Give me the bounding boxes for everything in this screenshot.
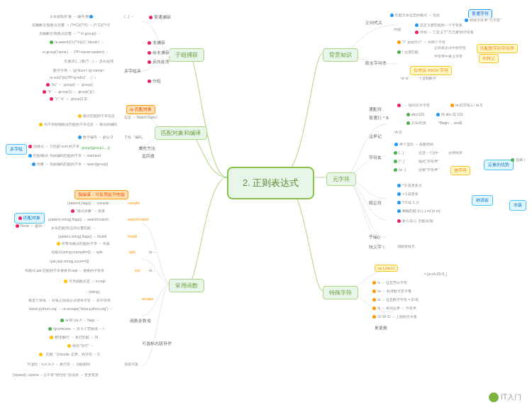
r-b: . → 除回车外字符: [397, 103, 430, 107]
ml-e: 子组「编码」: [124, 135, 145, 139]
branch-r: 元字符: [326, 172, 356, 186]
r-y: 贪心/非心 匹配长/短: [397, 219, 433, 223]
tl-jr: 反向处理: [148, 59, 170, 65]
r-v: + 1 或更多: [397, 192, 419, 196]
tl-f: re.search("c(?:b)(c)",'abcab') →: [50, 40, 104, 44]
center-node: 2. 正则表达式: [227, 167, 314, 199]
tl-i: 命名捕获: [148, 50, 170, 56]
tr-l: 字符类中换义字符: [434, 54, 462, 58]
bl-comp2: compile: [128, 201, 140, 205]
bl-d: None → 返回: [16, 224, 42, 228]
branch-tr: 背景知识: [323, 48, 358, 62]
tr-a: 正则式关: [365, 20, 382, 26]
bl-f: (pattern,string[,flags]) → findall: [58, 234, 106, 238]
r-o: 合特殊符: [448, 150, 462, 155]
ml-a: 信息 → MatchObject: [124, 115, 157, 119]
r-g: 开头/结尾: [406, 121, 426, 125]
bl-sp: split: [129, 250, 135, 254]
bl-i: (pat,repl,string[,count=0]): [50, 259, 89, 263]
br-rel: re.L/re.U: [375, 265, 398, 272]
side-lmid: 匹配对象: [14, 213, 45, 224]
tl-n: 分组: [148, 78, 161, 84]
bl-a: (pattern[,flags]) → compile: [67, 201, 109, 205]
br-f: \S \W \D → 上面的互补集: [372, 314, 417, 319]
bl-l: 与模式 pat 匹配的子串替换为 repl → 替换的字符串: [25, 268, 104, 272]
tr-ascii: 仅对应 ASCII 字符: [410, 66, 452, 75]
bl-q: 都是它特殊 → 对每正则表达式特殊字符 → 对字符串: [28, 298, 111, 302]
r-m: [...]: [394, 150, 404, 155]
tr-b: 匹配文本任意的模式 → 包括: [390, 13, 440, 17]
tr-j: ! 过度匹配: [397, 50, 419, 54]
r-s: 连接"字符类": [419, 167, 439, 172]
bl-e: 从头匹配/在任何位置匹配 →: [51, 226, 96, 230]
r-a: 通配符 .: [369, 106, 384, 113]
tr-i: "r" 原始字 r'\' → 共两个字符: [397, 40, 445, 44]
tl-p: "b" → .group(1) → .group("g"): [43, 89, 94, 94]
bl-g: 所有与模式匹配的子串 → 列表: [57, 241, 110, 246]
bl-y: 可选标志版符作: [142, 341, 172, 347]
tr-n: 十进制数字: [419, 76, 436, 80]
tr-h: 匿名字符串: [365, 60, 387, 67]
bl-m: re →: [149, 268, 157, 272]
r-i: 边界记: [369, 133, 382, 140]
br-b: = [a-zA-Z0-9_]: [424, 272, 447, 276]
bl-u: Ignorecase → 对大小写敏感 → I: [48, 326, 104, 331]
r-q: 除此"字符类": [419, 159, 439, 163]
side-rfar: 本章: [509, 200, 526, 211]
br-c: \w → 标准数字及字母: [372, 289, 411, 293]
bl-h: 与模式(string,maxsplit=0) → split: [51, 250, 103, 254]
bl-esc: escape: [142, 297, 153, 301]
tl-a: (...) →: [124, 14, 134, 18]
r-meta: 连字符: [450, 166, 470, 175]
r-u: * 0 或更多次: [397, 183, 422, 187]
wechat-icon: [489, 392, 499, 402]
r-d: 普通行 ^ $: [369, 115, 389, 121]
r-p1: 子编(): [369, 234, 380, 241]
tl-h: m.group('name') → (?P<name>pattern) →: [43, 50, 109, 54]
ml-re: re 匹配对象: [126, 105, 155, 114]
bl-z2: [\space]L,\space → [] 不在"特性性":自动原 → 更更有度: [13, 373, 99, 377]
ml-k: 同量 → 与始编码匹配的子串 → span([group]): [32, 162, 108, 166]
bl-sub: sub: [135, 268, 140, 272]
r-w: ? 0 或 1 次: [397, 200, 419, 204]
r-j: \A \Z: [394, 130, 401, 134]
r-sidefar: 选择 |: [511, 158, 525, 162]
r-f: 同 abc 或 123: [436, 112, 463, 116]
bl-comp: 预编译：可复用提升性能: [74, 190, 128, 199]
r-p3: 消除特殊元: [397, 244, 415, 248]
tr-win: 在转义: [479, 54, 499, 63]
ml-j: 返回值: [142, 153, 155, 160]
tl-c: 文本提取/扩展 → 编号/数: [50, 14, 94, 18]
r-x: 精确匹配 {n,}, {,m} {n,m}: [397, 209, 440, 213]
r-p: [^..]: [394, 159, 404, 163]
tr-g: 序列 → 它定义了"元元素"的字符集: [415, 30, 474, 34]
ml-f: group([group1,...]): [82, 145, 110, 150]
r-p2: 转义字 \: [369, 244, 384, 250]
tl-o: "bc" → .group() → .group(): [46, 82, 93, 87]
tl-m: re.sub("(b)(?P<g>abc)", ...) →: [50, 75, 96, 79]
bl-o: (string): [89, 290, 100, 294]
branch-br: 特殊字符: [323, 286, 358, 299]
branch-tl: 子组捕获: [169, 48, 204, 62]
bl-w: 相当"等行" →: [67, 343, 94, 348]
ml-c: 与子串能够配合匹配的子串信息 → 模式的编码: [39, 122, 117, 126]
bl-x: . 匹配「Unicode 定界」的字符 → S: [39, 352, 100, 356]
tl-e: 后瞻断言/预查式前置 → "" m.group() →: [39, 31, 101, 35]
ml-g: 找模式 → 只匹配 num 的子串: [28, 144, 79, 148]
br-e: \b → 单词边界 → 字符类: [372, 306, 416, 310]
bl-c: (pattern,string[,flags]) → search/match: [48, 217, 109, 221]
side-rlower: 称谓差: [472, 195, 493, 206]
bl-v: 整理:解行 → 多行匹配 → M: [50, 335, 98, 339]
bl-s: re.M | re.X → flags →: [60, 318, 99, 322]
tl-g: 非捕获: [148, 40, 165, 46]
branch-bl: 常用函数: [169, 279, 204, 292]
r-t: 限定符: [369, 200, 382, 206]
br-d: \d → 任意数字字符 = [0-9]: [372, 297, 419, 302]
tl-l: 多字组采: [124, 68, 141, 75]
bl-j: re →: [149, 250, 157, 254]
r-r: [a-..]: [394, 167, 406, 172]
tl-d: 前瞻断言/预查式后置 → (?=C)/(?!X) → (?:C)/(?<!): [32, 23, 110, 27]
r-k: 字符集: [369, 155, 382, 161]
r-h: ^Begin ... end$: [438, 121, 462, 125]
side-left: 多字组: [6, 144, 27, 155]
